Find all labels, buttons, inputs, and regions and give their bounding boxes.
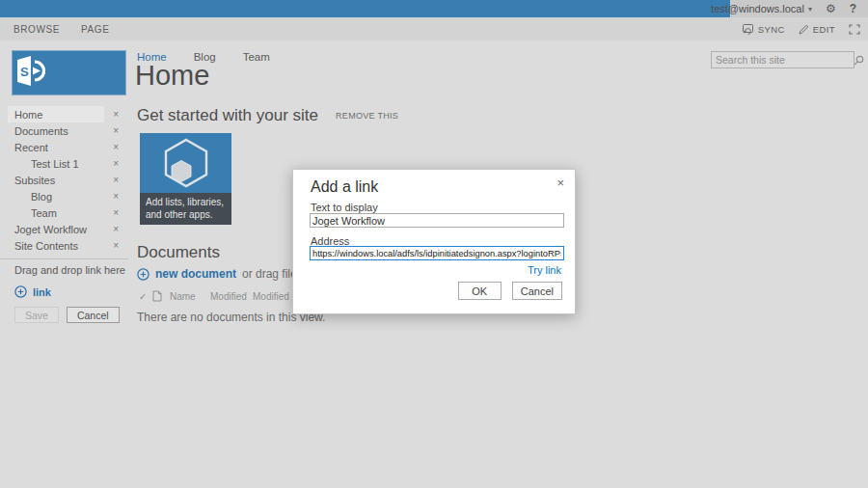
tab-browse[interactable]: BROWSE [14,24,60,35]
sidebar-item-documents[interactable]: Documents× [0,122,128,139]
try-link-button[interactable]: Try link [528,264,561,276]
close-icon[interactable]: × [113,106,119,122]
user-menu[interactable]: test@windows.local ▾ [711,3,812,14]
ribbon-bar: BROWSE PAGE SYNC EDIT [0,17,868,41]
sidebar-item-home[interactable]: Home× [0,106,128,122]
page-title: Home [135,60,209,92]
sidebar-item-team[interactable]: Team× [0,204,128,221]
getting-started-title: Get started with your site [137,106,318,125]
add-apps-tile[interactable]: Add lists, libraries, and other apps. [140,133,231,225]
fullscreen-icon [849,24,860,35]
edit-button[interactable]: EDIT [799,24,835,35]
chevron-down-icon: ▾ [808,5,812,14]
column-header-modified[interactable]: Modified [210,291,253,302]
sharepoint-page: test@windows.local ▾ ⚙ ? BROWSE PAGE SYN… [0,0,868,488]
svg-text:S: S [20,65,29,79]
sync-button[interactable]: SYNC [742,23,785,35]
sidebar-item-subsites[interactable]: Subsites× [0,172,128,188]
tab-page[interactable]: PAGE [81,24,109,35]
pencil-icon [799,24,809,35]
getting-started-header: Get started with your site REMOVE THIS [137,106,398,125]
focus-mode-button[interactable] [849,24,860,35]
close-icon[interactable]: × [113,155,119,172]
sharepoint-logo-icon: S [13,51,57,90]
ok-button[interactable]: OK [458,282,502,300]
sidebar-edit-buttons: Save Cancel [0,298,128,323]
add-link-button[interactable]: link [0,276,128,298]
sync-icon [742,23,754,35]
gear-icon[interactable]: ⚙ [826,3,836,14]
documents-table-header: ✓ Name Modified Modified By [139,290,303,302]
hexagon-icon [140,133,231,193]
close-icon[interactable]: × [113,221,119,237]
sidebar-item-blog[interactable]: Blog× [0,188,128,204]
dialog-buttons: OK Cancel [458,282,562,300]
sidebar-item-test-list-1[interactable]: Test List 1× [0,155,128,172]
search-box [711,51,854,68]
cancel-button[interactable]: Cancel [67,307,120,323]
close-icon[interactable]: × [113,237,119,254]
quick-launch-sidebar: Home× Documents× Recent× Test List 1× Su… [0,106,128,323]
plus-circle-icon [137,268,149,281]
user-name: test@windows.local [711,3,804,14]
save-button[interactable]: Save [14,307,59,323]
sidebar-item-recent[interactable]: Recent× [0,139,128,155]
new-document-link[interactable]: new document [155,267,236,281]
site-logo[interactable]: S [12,50,126,95]
topnav-team[interactable]: Team [243,51,270,63]
drag-drop-hint: Drag and drop link here [0,259,128,276]
search-input[interactable] [712,54,850,66]
ribbon-right-commands: SYNC EDIT [742,17,860,41]
select-all-check-icon[interactable]: ✓ [139,291,152,302]
add-link-dialog: Add a link × Text to display Address Try… [292,169,576,314]
add-link-label: link [33,286,51,298]
text-to-display-label: Text to display [311,202,378,213]
edit-label: EDIT [813,24,835,35]
search-icon[interactable] [850,55,868,66]
column-header-name[interactable]: Name [170,291,210,302]
documents-section-title: Documents [137,243,220,262]
dialog-title: Add a link [311,178,378,196]
close-icon[interactable]: × [113,204,119,221]
dialog-cancel-button[interactable]: Cancel [512,282,562,300]
tile-caption: Add lists, libraries, and other apps. [140,193,231,225]
help-button[interactable]: ? [850,2,856,15]
dialog-close-icon[interactable]: × [556,176,564,190]
close-icon[interactable]: × [113,122,119,139]
sync-label: SYNC [758,24,785,35]
file-type-icon [152,290,170,302]
close-icon[interactable]: × [113,188,119,204]
text-to-display-field[interactable] [310,213,564,228]
suite-bar-brand-area [0,0,730,17]
close-icon[interactable]: × [113,172,119,188]
remove-this-link[interactable]: REMOVE THIS [336,111,398,121]
plus-circle-icon [14,285,27,298]
sidebar-item-site-contents[interactable]: Site Contents× [0,237,128,254]
sidebar-item-joget-workflow[interactable]: Joget Workflow× [0,221,128,237]
suite-bar-right: test@windows.local ▾ ⚙ ? [711,0,868,17]
address-field[interactable] [310,246,564,260]
close-icon[interactable]: × [113,139,119,155]
suite-bar: test@windows.local ▾ ⚙ ? [0,0,868,17]
ribbon-tabs: BROWSE PAGE [14,17,110,41]
